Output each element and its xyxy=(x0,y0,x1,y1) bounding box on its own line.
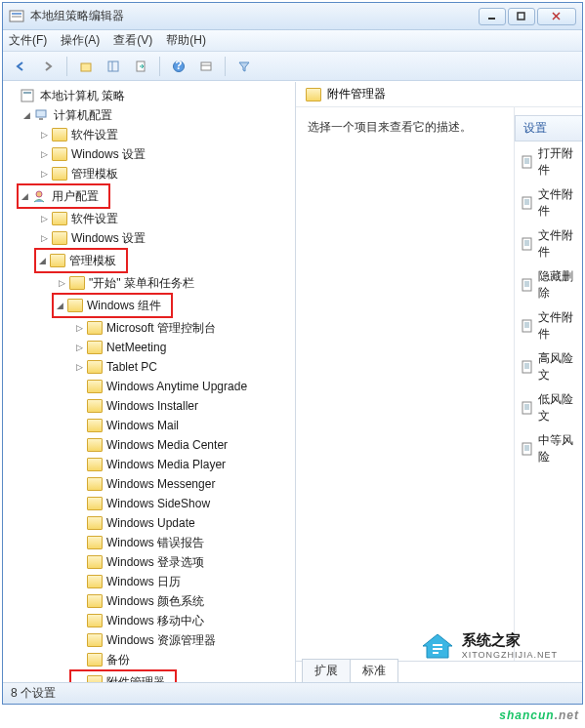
expand-icon[interactable] xyxy=(73,381,85,392)
tree-item[interactable]: ▷Tablet PC xyxy=(3,357,295,377)
collapse-icon[interactable]: ◢ xyxy=(21,109,32,121)
svg-rect-36 xyxy=(522,320,531,332)
tree-item[interactable]: Windows SideShow xyxy=(3,494,295,513)
expand-icon[interactable] xyxy=(7,90,19,101)
expand-icon[interactable] xyxy=(73,576,85,587)
expand-icon[interactable]: ▷ xyxy=(38,168,50,180)
menu-help[interactable]: 帮助(H) xyxy=(166,32,206,49)
tree-item[interactable]: Windows Installer xyxy=(3,396,295,416)
expand-icon[interactable] xyxy=(73,556,85,568)
filter-button[interactable] xyxy=(232,56,256,77)
collapse-icon[interactable]: ◢ xyxy=(36,255,48,266)
tree-label: Windows 设置 xyxy=(71,230,146,247)
tree-item[interactable]: Windows Mail xyxy=(3,416,295,435)
setting-item[interactable]: 高风险文 xyxy=(515,346,582,387)
computer-icon xyxy=(34,108,50,122)
tree-pane[interactable]: 本地计算机 策略 ◢ 计算机配置 ▷软件设置 ▷Windows 设置 ▷管理模板… xyxy=(3,82,296,682)
expand-icon[interactable] xyxy=(73,537,85,548)
minimize-button[interactable] xyxy=(479,8,506,25)
tree-root[interactable]: 本地计算机 策略 xyxy=(3,86,295,105)
tree-item[interactable]: ▷软件设置 xyxy=(3,125,295,144)
setting-label: 打开附件 xyxy=(538,145,576,179)
tree-item[interactable]: Windows 日历 xyxy=(3,572,295,591)
forward-button[interactable] xyxy=(36,56,60,77)
up-button[interactable] xyxy=(74,56,98,77)
back-button[interactable] xyxy=(9,56,32,77)
view-tabs: 扩展 标准 xyxy=(296,661,582,682)
tree-item[interactable]: 备份 xyxy=(3,650,295,669)
show-tree-button[interactable] xyxy=(102,56,125,77)
tab-extended[interactable]: 扩展 xyxy=(302,659,351,682)
folder-icon xyxy=(87,633,103,647)
expand-icon[interactable]: ▷ xyxy=(73,342,85,353)
menu-file[interactable]: 文件(F) xyxy=(9,32,47,49)
setting-item[interactable]: 文件附件 xyxy=(515,223,582,264)
setting-item[interactable]: 隐藏删除 xyxy=(515,264,582,305)
tree-item[interactable]: ▷NetMeeting xyxy=(3,338,295,357)
tree-item[interactable]: Windows 颜色系统 xyxy=(3,591,295,611)
tree-item[interactable]: Windows Media Player xyxy=(3,455,295,474)
separator xyxy=(225,57,226,76)
app-window: 本地组策略编辑器 文件(F) 操作(A) 查看(V) 帮助(H) ? 本地计算 xyxy=(2,2,583,705)
setting-item[interactable]: 低风险文 xyxy=(515,387,582,428)
tree-computer-config[interactable]: ◢ 计算机配置 xyxy=(3,105,295,125)
expand-icon[interactable] xyxy=(73,459,85,470)
tab-standard[interactable]: 标准 xyxy=(350,659,398,682)
settings-header[interactable]: 设置 xyxy=(515,115,582,142)
menu-view[interactable]: 查看(V) xyxy=(113,32,152,49)
menu-action[interactable]: 操作(A) xyxy=(61,32,100,49)
tree-item[interactable]: Windows 资源管理器 xyxy=(3,630,295,650)
collapse-icon[interactable]: ◢ xyxy=(54,300,65,311)
folder-icon xyxy=(87,575,103,588)
expand-icon[interactable] xyxy=(73,400,85,412)
tree-item[interactable]: ▷管理模板 xyxy=(3,164,295,183)
expand-icon[interactable]: ▷ xyxy=(38,213,50,224)
setting-item[interactable]: 打开附件 xyxy=(515,142,582,182)
tree-label: Microsoft 管理控制台 xyxy=(106,320,216,337)
tree-item[interactable]: ▷Windows 设置 xyxy=(3,228,295,248)
expand-icon[interactable] xyxy=(73,654,85,666)
expand-icon[interactable]: ▷ xyxy=(56,277,67,289)
expand-icon[interactable] xyxy=(73,517,85,529)
tree-item[interactable]: Windows Update xyxy=(3,513,295,533)
setting-item[interactable]: 文件附件 xyxy=(515,305,582,346)
tree-item[interactable]: Windows 错误报告 xyxy=(3,533,295,552)
expand-icon[interactable] xyxy=(73,420,85,431)
properties-button[interactable] xyxy=(194,56,218,77)
expand-icon[interactable] xyxy=(73,439,85,451)
expand-icon[interactable]: ▷ xyxy=(38,232,50,244)
tree-item[interactable]: Windows Messenger xyxy=(3,474,295,494)
setting-item[interactable]: 文件附件 xyxy=(515,182,582,223)
setting-item[interactable]: 中等风险 xyxy=(515,428,582,469)
expand-icon[interactable]: ▷ xyxy=(38,148,50,160)
folder-icon xyxy=(87,614,103,627)
folder-icon xyxy=(50,254,65,267)
collapse-icon[interactable]: ◢ xyxy=(19,190,30,202)
close-button[interactable] xyxy=(537,8,576,25)
expand-icon[interactable] xyxy=(73,634,85,646)
expand-icon[interactable] xyxy=(73,478,85,490)
tree-item[interactable]: Windows 移动中心 xyxy=(3,611,295,630)
tree-item[interactable]: ▷Windows 设置 xyxy=(3,144,295,164)
expand-icon[interactable] xyxy=(73,595,85,607)
expand-icon[interactable]: ▷ xyxy=(38,129,50,141)
tree-item[interactable]: Windows Media Center xyxy=(3,435,295,455)
expand-icon[interactable] xyxy=(73,615,85,627)
expand-icon[interactable]: ▷ xyxy=(73,322,85,334)
maximize-button[interactable] xyxy=(508,8,535,25)
expand-icon[interactable]: ▷ xyxy=(73,361,85,373)
tree-item[interactable]: Windows 登录选项 xyxy=(3,552,295,572)
tree-user-config[interactable]: ◢ 用户配置 xyxy=(19,186,104,206)
tree-label: 附件管理器 xyxy=(106,674,165,683)
tree-admin-templates[interactable]: ◢管理模板 xyxy=(36,251,122,270)
expand-icon[interactable] xyxy=(73,498,85,509)
tree-windows-components[interactable]: ◢Windows 组件 xyxy=(54,296,167,315)
tree-item[interactable]: ▷"开始" 菜单和任务栏 xyxy=(3,273,295,293)
help-button[interactable]: ? xyxy=(167,56,190,77)
export-button[interactable] xyxy=(129,56,152,77)
tree-item[interactable]: ▷Microsoft 管理控制台 xyxy=(3,318,295,338)
titlebar: 本地组策略编辑器 xyxy=(3,3,582,30)
tree-item[interactable]: ▷软件设置 xyxy=(3,209,295,228)
tree-item[interactable]: Windows Anytime Upgrade xyxy=(3,377,295,396)
tree-item[interactable]: 附件管理器 xyxy=(71,672,171,682)
